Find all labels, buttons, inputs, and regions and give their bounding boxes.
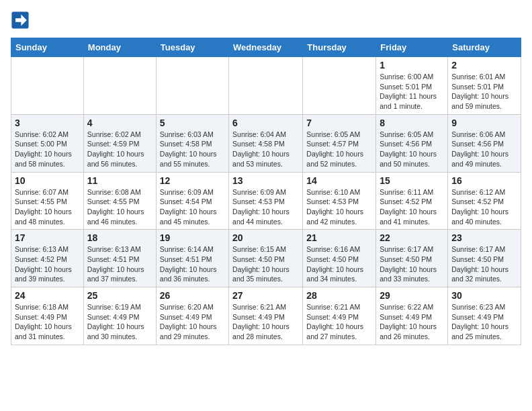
calendar-week-row: 1Sunrise: 6:00 AM Sunset: 5:01 PM Daylig… [11,57,521,115]
day-number: 2 [451,60,517,71]
calendar-cell: 3Sunrise: 6:02 AM Sunset: 5:00 PM Daylig… [11,114,84,172]
calendar-cell [303,57,376,115]
calendar-cell: 2Sunrise: 6:01 AM Sunset: 5:01 PM Daylig… [448,57,521,115]
calendar-cell: 6Sunrise: 6:04 AM Sunset: 4:58 PM Daylig… [229,114,303,172]
calendar-cell [229,57,303,115]
calendar-week-row: 10Sunrise: 6:07 AM Sunset: 4:55 PM Dayli… [11,172,521,230]
calendar-cell: 13Sunrise: 6:09 AM Sunset: 4:53 PM Dayli… [229,172,303,230]
day-number: 28 [306,290,372,301]
day-info: Sunrise: 6:13 AM Sunset: 4:51 PM Dayligh… [87,244,152,284]
calendar-cell: 19Sunrise: 6:14 AM Sunset: 4:51 PM Dayli… [156,230,228,287]
calendar-cell: 24Sunrise: 6:18 AM Sunset: 4:49 PM Dayli… [11,287,84,345]
logo [11,11,31,30]
calendar-week-row: 17Sunrise: 6:13 AM Sunset: 4:52 PM Dayli… [11,230,521,287]
day-info: Sunrise: 6:11 AM Sunset: 4:52 PM Dayligh… [380,187,444,227]
calendar-cell: 27Sunrise: 6:21 AM Sunset: 4:49 PM Dayli… [229,287,303,345]
day-info: Sunrise: 6:02 AM Sunset: 5:00 PM Dayligh… [15,130,80,169]
day-number: 24 [15,290,80,301]
day-number: 30 [451,290,517,301]
day-info: Sunrise: 6:04 AM Sunset: 4:58 PM Dayligh… [232,130,299,169]
calendar-cell: 1Sunrise: 6:00 AM Sunset: 5:01 PM Daylig… [376,57,448,115]
day-info: Sunrise: 6:10 AM Sunset: 4:53 PM Dayligh… [306,187,372,227]
day-number: 11 [87,175,152,186]
day-info: Sunrise: 6:14 AM Sunset: 4:51 PM Dayligh… [160,244,225,284]
day-number: 27 [232,290,299,301]
calendar-cell: 23Sunrise: 6:17 AM Sunset: 4:50 PM Dayli… [448,230,521,287]
calendar-cell: 7Sunrise: 6:05 AM Sunset: 4:57 PM Daylig… [303,114,376,172]
day-info: Sunrise: 6:03 AM Sunset: 4:58 PM Dayligh… [160,130,225,169]
top-area [11,11,521,32]
day-number: 21 [306,232,372,243]
day-number: 26 [160,290,225,301]
day-number: 25 [87,290,152,301]
calendar-week-row: 24Sunrise: 6:18 AM Sunset: 4:49 PM Dayli… [11,287,521,345]
day-info: Sunrise: 6:05 AM Sunset: 4:56 PM Dayligh… [380,130,444,169]
calendar-cell: 16Sunrise: 6:12 AM Sunset: 4:52 PM Dayli… [448,172,521,230]
weekday-header-saturday: Saturday [448,38,521,57]
day-info: Sunrise: 6:21 AM Sunset: 4:49 PM Dayligh… [306,302,372,342]
day-number: 17 [15,232,80,243]
day-info: Sunrise: 6:01 AM Sunset: 5:01 PM Dayligh… [451,72,517,111]
day-number: 10 [15,175,80,186]
calendar-cell [156,57,228,115]
day-number: 3 [15,118,80,128]
calendar-cell [83,57,156,115]
calendar-cell: 20Sunrise: 6:15 AM Sunset: 4:50 PM Dayli… [229,230,303,287]
day-number: 14 [306,175,372,186]
calendar-cell: 26Sunrise: 6:20 AM Sunset: 4:49 PM Dayli… [156,287,228,345]
day-info: Sunrise: 6:07 AM Sunset: 4:55 PM Dayligh… [15,187,80,227]
day-info: Sunrise: 6:02 AM Sunset: 4:59 PM Dayligh… [87,130,152,169]
day-info: Sunrise: 6:09 AM Sunset: 4:54 PM Dayligh… [160,187,225,227]
calendar-cell: 5Sunrise: 6:03 AM Sunset: 4:58 PM Daylig… [156,114,228,172]
day-number: 4 [87,118,152,128]
day-info: Sunrise: 6:13 AM Sunset: 4:52 PM Dayligh… [15,244,80,284]
calendar-cell: 18Sunrise: 6:13 AM Sunset: 4:51 PM Dayli… [83,230,156,287]
day-number: 29 [380,290,444,301]
day-info: Sunrise: 6:16 AM Sunset: 4:50 PM Dayligh… [306,244,372,284]
day-info: Sunrise: 6:06 AM Sunset: 4:56 PM Dayligh… [451,130,517,169]
day-info: Sunrise: 6:00 AM Sunset: 5:01 PM Dayligh… [380,72,444,111]
calendar-week-row: 3Sunrise: 6:02 AM Sunset: 5:00 PM Daylig… [11,114,521,172]
calendar-table: SundayMondayTuesdayWednesdayThursdayFrid… [11,38,521,345]
calendar-cell: 4Sunrise: 6:02 AM Sunset: 4:59 PM Daylig… [83,114,156,172]
day-number: 23 [451,232,517,243]
day-info: Sunrise: 6:23 AM Sunset: 4:49 PM Dayligh… [451,302,517,342]
calendar-cell: 29Sunrise: 6:22 AM Sunset: 4:49 PM Dayli… [376,287,448,345]
weekday-header-sunday: Sunday [11,38,84,57]
day-number: 20 [232,232,299,243]
calendar-cell: 25Sunrise: 6:19 AM Sunset: 4:49 PM Dayli… [83,287,156,345]
calendar-cell: 8Sunrise: 6:05 AM Sunset: 4:56 PM Daylig… [376,114,448,172]
weekday-header-row: SundayMondayTuesdayWednesdayThursdayFrid… [11,38,521,57]
weekday-header-tuesday: Tuesday [156,38,228,57]
weekday-header-friday: Friday [376,38,448,57]
day-number: 9 [451,118,517,128]
day-info: Sunrise: 6:05 AM Sunset: 4:57 PM Dayligh… [306,130,372,169]
calendar-cell: 21Sunrise: 6:16 AM Sunset: 4:50 PM Dayli… [303,230,376,287]
day-number: 5 [160,118,225,128]
calendar-cell: 10Sunrise: 6:07 AM Sunset: 4:55 PM Dayli… [11,172,84,230]
logo-icon [11,11,30,30]
weekday-header-thursday: Thursday [303,38,376,57]
day-number: 16 [451,175,517,186]
day-number: 15 [380,175,444,186]
day-info: Sunrise: 6:21 AM Sunset: 4:49 PM Dayligh… [232,302,299,342]
day-info: Sunrise: 6:18 AM Sunset: 4:49 PM Dayligh… [15,302,80,342]
calendar-cell: 14Sunrise: 6:10 AM Sunset: 4:53 PM Dayli… [303,172,376,230]
calendar-cell: 30Sunrise: 6:23 AM Sunset: 4:49 PM Dayli… [448,287,521,345]
day-info: Sunrise: 6:12 AM Sunset: 4:52 PM Dayligh… [451,187,517,227]
day-number: 12 [160,175,225,186]
weekday-header-wednesday: Wednesday [229,38,303,57]
day-number: 19 [160,232,225,243]
day-info: Sunrise: 6:17 AM Sunset: 4:50 PM Dayligh… [451,244,517,284]
calendar-cell: 11Sunrise: 6:08 AM Sunset: 4:55 PM Dayli… [83,172,156,230]
calendar-cell: 22Sunrise: 6:17 AM Sunset: 4:50 PM Dayli… [376,230,448,287]
day-info: Sunrise: 6:17 AM Sunset: 4:50 PM Dayligh… [380,244,444,284]
day-number: 6 [232,118,299,128]
calendar-cell: 15Sunrise: 6:11 AM Sunset: 4:52 PM Dayli… [376,172,448,230]
day-info: Sunrise: 6:20 AM Sunset: 4:49 PM Dayligh… [160,302,225,342]
day-info: Sunrise: 6:19 AM Sunset: 4:49 PM Dayligh… [87,302,152,342]
weekday-header-monday: Monday [83,38,156,57]
day-number: 7 [306,118,372,128]
day-number: 13 [232,175,299,186]
day-info: Sunrise: 6:08 AM Sunset: 4:55 PM Dayligh… [87,187,152,227]
